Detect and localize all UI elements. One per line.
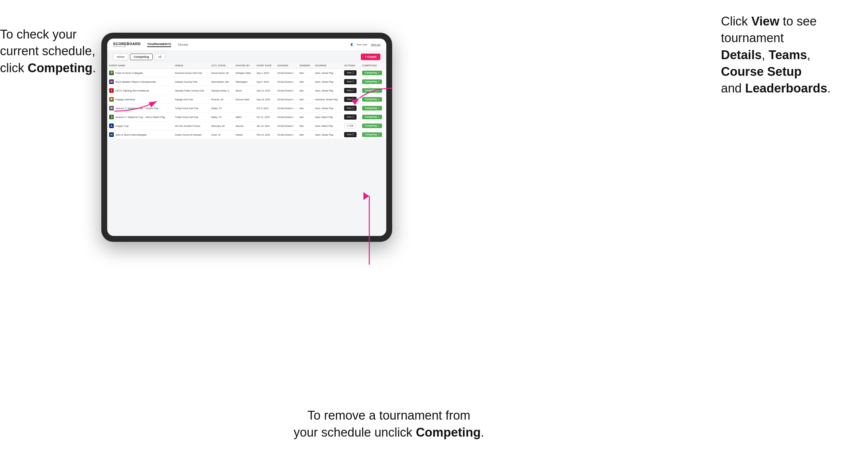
scoring-cell: team, Match Play (313, 113, 342, 122)
competing-cell[interactable]: Competing ✓ (360, 130, 386, 139)
division-cell: NCAA Division I (276, 95, 298, 104)
competing-cell[interactable]: Competing ✓ (360, 113, 386, 122)
annotation-top-right: Click View to see tournament Details, Te… (721, 13, 865, 97)
venue-cell: American Dunes Golf Club (173, 69, 209, 77)
start-date-cell: Oct 9, 2023 (255, 104, 276, 113)
venue-cell: Ocean Course At Hokuala (173, 130, 209, 139)
competing-button[interactable]: Competing ✓ (362, 124, 382, 128)
app-logo: SCOREBOARD Powered by clippi (113, 42, 141, 48)
city-cell: Grand Haven, MI (209, 69, 234, 77)
event-name: 2023 Sahalee Players Championship (115, 81, 156, 83)
view-button[interactable]: View ⓘ (344, 132, 356, 137)
col-event-name: EVENT NAME (107, 63, 173, 69)
gender-cell: Men (298, 113, 313, 122)
scoring-cell: individual, Stroke Play (313, 95, 342, 104)
table-row: 🏆 Folds of Honor Collegiate American Dun… (107, 69, 386, 77)
view-button[interactable]: View ⓘ (344, 105, 356, 111)
action-cell[interactable]: ✏ Edit (342, 122, 360, 130)
user-name: Test User (356, 43, 368, 46)
tablet-frame: SCOREBOARD Powered by clippi TOURNAMENTS… (101, 33, 392, 242)
hosted-by-cell: Arizona State (234, 95, 255, 104)
view-button[interactable]: View ⓘ (344, 88, 356, 93)
hosted-by-cell: Illinois (234, 86, 255, 95)
view-button[interactable]: View ⓘ (344, 70, 356, 75)
col-division: DIVISION (276, 63, 298, 69)
view-button[interactable]: View ⓘ (344, 114, 356, 120)
division-cell: NCAA Division I (276, 77, 298, 86)
start-date-cell: Sep 15, 2023 (255, 86, 276, 95)
start-date-cell: Oct 11, 2023 (255, 113, 276, 122)
user-icon: 👤 (350, 43, 353, 46)
action-cell[interactable]: View ⓘ (342, 130, 360, 139)
event-name-cell: 🏆 Folds of Honor Collegiate (107, 69, 173, 77)
start-date-cell: Feb 15, 2024 (255, 130, 276, 139)
competing-button[interactable]: Competing ✓ (362, 106, 382, 111)
scoring-cell: team, Stroke Play (313, 69, 342, 77)
arrow-competing (111, 85, 170, 118)
scoring-cell: team, Stroke Play (313, 77, 342, 86)
competing-button[interactable]: Competing ✓ (362, 71, 382, 75)
filter-bar: Home Competing All + Create (107, 51, 386, 63)
filter-all-button[interactable]: All (155, 54, 165, 60)
col-actions: ACTIONS (342, 63, 360, 69)
venue-cell: Trinity Forest Golf Club (173, 104, 209, 113)
hosted-by-cell: Hawaii (234, 130, 255, 139)
start-date-cell: Sep 4, 2023 (255, 69, 276, 77)
competing-cell[interactable]: Competing ✓ (360, 104, 386, 113)
division-cell: NCAA Division I (276, 130, 298, 139)
competing-cell[interactable]: Competing ✓ (360, 122, 386, 130)
competing-button[interactable]: Competing ✓ (362, 132, 382, 137)
col-hosted-by: HOSTED BY (234, 63, 255, 69)
event-name-cell: A Copper Cup (107, 122, 173, 130)
venue-cell: Olympia Fields Country Club (173, 86, 209, 95)
venue-cell: Sahalee Country Club (173, 77, 209, 86)
filter-home-button[interactable]: Home (113, 54, 128, 60)
annotation-top-left: To check your current schedule, click Co… (0, 26, 111, 76)
filter-competing-button[interactable]: Competing (130, 54, 153, 60)
action-cell[interactable]: View ⓘ (342, 69, 360, 77)
event-name: John A. Burns Intercollegiate (115, 133, 147, 136)
sign-out-link[interactable]: Sign out (371, 43, 380, 46)
view-button[interactable]: View ⓘ (344, 97, 356, 102)
hosted-by-cell: Arizona (234, 122, 255, 130)
gender-cell: Men (298, 122, 313, 130)
division-cell: NCAA Division I (276, 104, 298, 113)
city-cell: Sammamish, WA (209, 77, 234, 86)
tablet-screen: SCOREBOARD Powered by clippi TOURNAMENTS… (107, 38, 386, 236)
view-button[interactable]: View ⓘ (344, 79, 356, 84)
city-cell: Dallas, TX (209, 113, 234, 122)
edit-button[interactable]: ✏ Edit (344, 123, 356, 128)
competing-cell[interactable]: Competing ✓ (360, 69, 386, 77)
gender-cell: Men (298, 95, 313, 104)
hosted-by-cell: Michigan State (234, 69, 255, 77)
table-header-row: EVENT NAME VENUE CITY, STATE HOSTED BY S… (107, 63, 386, 69)
division-cell: NCAA Division I (276, 86, 298, 95)
city-cell: Dallas, TX (209, 104, 234, 113)
gender-cell: Men (298, 104, 313, 113)
nav-teams[interactable]: TEAMS (178, 43, 189, 46)
division-cell: NCAA Division I (276, 122, 298, 130)
annotation-bottom: To remove a tournament from your schedul… (275, 407, 503, 441)
hosted-by-cell (234, 104, 255, 113)
event-name: Copper Cup (115, 125, 128, 127)
col-scoring: SCORING (313, 63, 342, 69)
city-cell: Phoenix, AZ (209, 95, 234, 104)
division-cell: NCAA Division I (276, 113, 298, 122)
venue-cell: Papago Golf Club (173, 95, 209, 104)
col-city: CITY, STATE (209, 63, 234, 69)
action-cell[interactable]: View ⓘ (342, 113, 360, 122)
scoring-cell: team, Stroke Play (313, 104, 342, 113)
gender-cell: Men (298, 69, 313, 77)
hosted-by-cell: ABAC (234, 113, 255, 122)
create-button[interactable]: + Create (361, 54, 380, 60)
event-name: Folds of Honor Collegiate (115, 71, 143, 74)
competing-button[interactable]: Competing ✓ (362, 115, 382, 119)
table-row: H John A. Burns Intercollegiate Ocean Co… (107, 130, 386, 139)
action-cell[interactable]: View ⓘ (342, 104, 360, 113)
logo-sub: Powered by clippi (113, 46, 141, 48)
nav-tournaments[interactable]: TOURNAMENTS (147, 42, 171, 47)
scoring-cell: team, Stroke Play (313, 86, 342, 95)
venue-cell: Trinity Forest Golf Club (173, 113, 209, 122)
start-date-cell: Sep 9, 2023 (255, 77, 276, 86)
hosted-by-cell: Washington (234, 77, 255, 86)
